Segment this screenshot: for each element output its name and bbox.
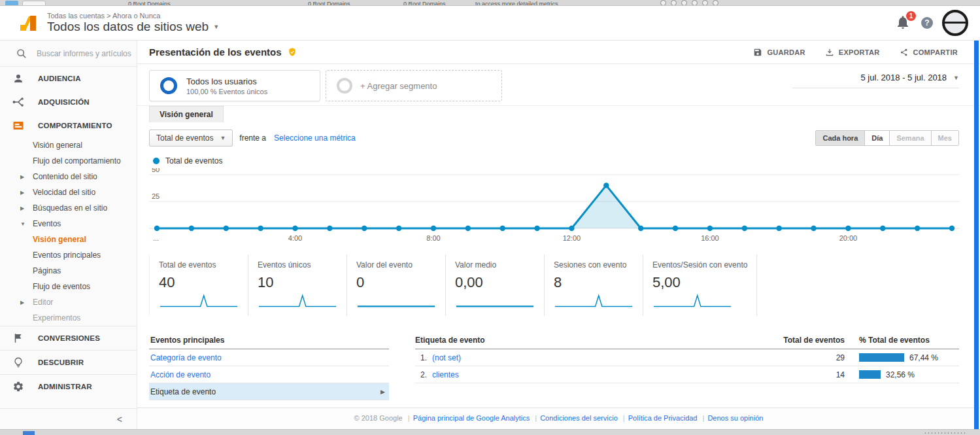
- metric-card-eventos-sesion[interactable]: Eventos/Sesión con evento 5,00: [643, 254, 757, 316]
- add-segment-label: + Agregar segmento: [360, 81, 437, 91]
- svg-text:16:00: 16:00: [701, 234, 719, 242]
- granularity-day-button[interactable]: Día: [864, 131, 889, 145]
- add-segment-button[interactable]: + Agregar segmento: [326, 70, 502, 101]
- metric-sparkline: [356, 293, 436, 310]
- sidebar-item-audiencia[interactable]: AUDIENCIA: [0, 67, 137, 90]
- event-label-link[interactable]: clientes: [432, 370, 793, 379]
- date-range-picker[interactable]: 5 jul. 2018 - 5 jul. 2018 ▼: [792, 73, 959, 88]
- save-button[interactable]: GUARDAR: [753, 48, 805, 57]
- row-total: 29: [793, 353, 845, 362]
- notifications-button[interactable]: 1: [895, 14, 912, 31]
- chevron-down-icon: ▼: [953, 75, 959, 81]
- row-rank: 2.: [415, 370, 432, 379]
- metric-sparkline: [258, 293, 337, 310]
- sidebar-item-flujo-eventos[interactable]: Flujo de eventos: [0, 279, 137, 294]
- sidebar-sublabel: Experimentos: [33, 313, 80, 322]
- notification-badge: 1: [906, 11, 916, 21]
- chart-controls: Total de eventos ▼ frente a Seleccione u…: [137, 122, 980, 147]
- time-granularity-group: Cada hora Día Semana Mes: [815, 130, 959, 146]
- sidebar-item-eventos[interactable]: ▼Eventos: [0, 216, 137, 232]
- lightbulb-icon: [12, 357, 24, 368]
- granularity-month-button[interactable]: Mes: [931, 131, 958, 145]
- dimensions-table: Eventos principales Categoría de evento …: [149, 332, 389, 400]
- footer-link-home[interactable]: Página principal de Google Analytics: [413, 414, 530, 422]
- scrollbar-thumb[interactable]: [974, 41, 979, 429]
- gear-icon: [12, 381, 24, 392]
- sidebar: AUDIENCIA ADQUISICIÓN COMPORTAMIENTO Vis…: [0, 41, 137, 429]
- percent-value: 67,44 %: [909, 353, 938, 362]
- footer-link-privacy[interactable]: Política de Privacidad: [628, 414, 698, 422]
- svg-text:50: 50: [152, 168, 160, 173]
- help-button[interactable]: ?: [921, 17, 933, 29]
- cutoff-tab-shape: [22, 1, 46, 6]
- sidebar-item-experimentos[interactable]: Experimentos: [0, 310, 137, 326]
- sidebar-item-flujo-comportamiento[interactable]: Flujo del comportamiento: [0, 153, 137, 169]
- export-button[interactable]: EXPORTAR: [825, 48, 880, 57]
- sidebar-search[interactable]: [0, 41, 137, 67]
- dimension-link[interactable]: Categoría de evento: [150, 353, 385, 362]
- metric-card-total-eventos[interactable]: Total de eventos 40: [149, 254, 248, 316]
- granularity-week-button[interactable]: Semana: [889, 131, 930, 145]
- dimension-row-etiqueta-selected[interactable]: Etiqueta de evento ▶: [149, 383, 389, 400]
- search-input[interactable]: [37, 49, 135, 58]
- svg-text:20:00: 20:00: [839, 234, 858, 242]
- sidebar-sublabel: Flujo del comportamiento: [33, 156, 121, 165]
- granularity-hourly-button[interactable]: Cada hora: [816, 131, 864, 145]
- sidebar-sublabel: Velocidad del sitio: [33, 188, 95, 197]
- sidebar-item-adquisicion[interactable]: ADQUISICIÓN: [0, 90, 137, 114]
- metric-dropdown[interactable]: Total de eventos ▼: [149, 130, 233, 147]
- share-label: COMPARTIR: [913, 48, 958, 56]
- metric-card-valor-evento[interactable]: Valor del evento 0: [347, 254, 446, 316]
- sidebar-item-conversiones[interactable]: CONVERSIONES: [0, 326, 137, 350]
- chevron-down-icon: ▼: [20, 221, 25, 227]
- sidebar-item-descubrir[interactable]: DESCUBRIR: [0, 351, 137, 374]
- sidebar-item-velocidad-sitio[interactable]: ▶Velocidad del sitio: [0, 184, 137, 200]
- report-header: Presentación de los eventos GUARDAR: [137, 41, 980, 64]
- dimension-row-accion[interactable]: Acción de evento: [149, 366, 389, 383]
- metric-label: Sesiones con evento: [554, 260, 634, 270]
- metric-sparkline: [455, 293, 535, 310]
- sidebar-item-eventos-vision-general[interactable]: Visión general: [0, 232, 137, 247]
- cutoff-text: 0 Root Domains: [308, 1, 350, 6]
- sidebar-sublabel: Visión general: [33, 141, 82, 150]
- dimension-link[interactable]: Acción de evento: [150, 370, 385, 379]
- tab-vision-general[interactable]: Visión general: [149, 106, 224, 122]
- sidebar-collapse-button[interactable]: <: [0, 408, 137, 429]
- segment-ring-icon: [160, 77, 177, 94]
- dimension-row-categoria[interactable]: Categoría de evento: [149, 349, 389, 366]
- events-table-header: Etiqueta de evento Total de eventos % To…: [415, 332, 959, 349]
- select-metric-link[interactable]: Seleccione una métrica: [274, 133, 356, 143]
- sidebar-item-contenido-sitio[interactable]: ▶Contenido del sitio: [0, 169, 137, 184]
- segment-name: Todos los usuarios: [186, 77, 267, 86]
- share-button[interactable]: COMPARTIR: [900, 48, 958, 57]
- sidebar-item-vision-general[interactable]: Visión general: [0, 137, 137, 153]
- sidebar-item-eventos-principales[interactable]: Eventos principales: [0, 247, 137, 263]
- save-label: GUARDAR: [767, 48, 805, 56]
- sidebar-label: DESCUBRIR: [38, 358, 84, 366]
- sidebar-sublabel: Eventos principales: [33, 251, 101, 260]
- segment-card-all-users[interactable]: Todos los usuarios 100,00 % Eventos únic…: [149, 70, 320, 101]
- sidebar-label: COMPORTAMIENTO: [38, 122, 112, 130]
- sidebar-item-comportamiento[interactable]: COMPORTAMIENTO: [0, 114, 137, 137]
- sidebar-item-paginas[interactable]: Páginas: [0, 263, 137, 279]
- cutoff-text: to access more detailed metrics: [475, 1, 558, 6]
- sidebar-label: ADMINISTRAR: [38, 383, 92, 391]
- sidebar-item-administrar[interactable]: ADMINISTRAR: [0, 375, 137, 398]
- sidebar-item-editor[interactable]: ▶Editor: [0, 294, 137, 310]
- event-label-link[interactable]: (not set): [432, 353, 793, 362]
- metric-card-valor-medio[interactable]: Valor medio 0,00: [446, 254, 545, 316]
- metric-card-eventos-unicos[interactable]: Eventos únicos 10: [248, 254, 347, 316]
- sidebar-item-busquedas-sitio[interactable]: ▶Búsquedas en el sitio: [0, 200, 137, 216]
- metric-sparkline: [652, 293, 732, 310]
- property-title: Todos los datos de sitios web: [47, 20, 209, 34]
- column-header: Total de eventos: [776, 336, 845, 345]
- footer-link-feedback[interactable]: Denos su opinión: [707, 414, 763, 422]
- breadcrumb: Todas las cuentas > Ahora o Nunca: [47, 12, 219, 20]
- metric-value: 5,00: [652, 274, 747, 291]
- property-selector[interactable]: Todos los datos de sitios web ▼: [47, 20, 219, 34]
- metric-card-sesiones-con-evento[interactable]: Sesiones con evento 8: [545, 254, 643, 316]
- sidebar-label: CONVERSIONES: [38, 334, 100, 342]
- table-row: 1. (not set) 29 67,44 %: [415, 349, 959, 366]
- footer-link-terms[interactable]: Condiciones del servicio: [540, 414, 618, 422]
- avatar[interactable]: [942, 10, 968, 36]
